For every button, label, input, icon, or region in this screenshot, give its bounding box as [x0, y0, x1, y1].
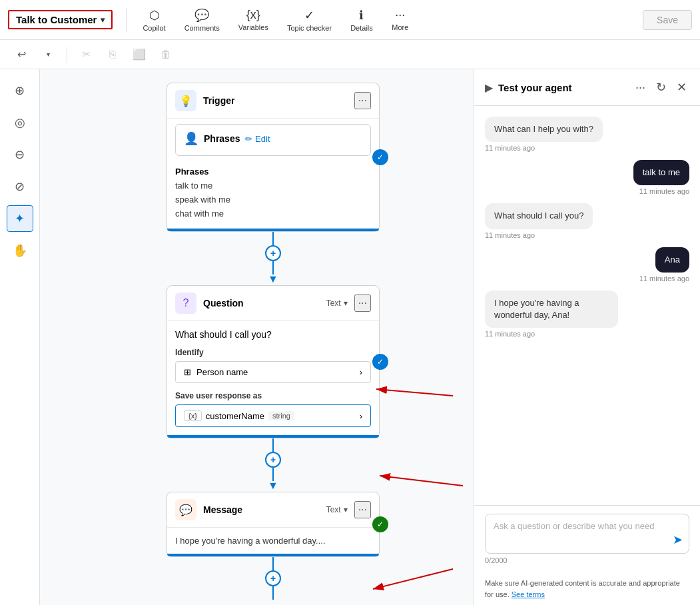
details-icon: ℹ	[359, 8, 364, 23]
more-button[interactable]: ··· More	[384, 5, 417, 34]
message-badge[interactable]: Text ▾	[326, 505, 348, 514]
phrase-item: speak with me	[175, 193, 371, 207]
phrases-card: 👤 Phrases ✏ Edit	[175, 124, 371, 156]
trigger-node: 💡 Trigger ··· ✓ 👤 Phrases ✏ Edit Phrases	[167, 83, 380, 232]
paste-button[interactable]: ⬜	[129, 44, 150, 65]
topic-checker-button[interactable]: ✓ Topic checker	[279, 5, 340, 35]
phrases-card-header: 👤 Phrases ✏ Edit	[184, 131, 362, 146]
question-node-body: What should I call you? Identify ⊞ Perso…	[167, 321, 379, 435]
flow-line	[272, 261, 274, 275]
trigger-check-icon: ✓	[372, 149, 388, 165]
zoom-in-button[interactable]: ⊕	[7, 77, 33, 104]
phrases-section: Phrases talk to me speak with me chat wi…	[167, 161, 379, 229]
chat-input-placeholder: Ask a question or describe what you need	[494, 521, 662, 531]
save-item[interactable]: {x} customerName string ›	[175, 404, 371, 427]
chat-message-2: talk to me 11 minutes ago	[485, 160, 689, 195]
app-title[interactable]: Talk to Customer ▾	[8, 10, 113, 29]
copilot-button[interactable]: ⬡ Copilot	[135, 5, 173, 35]
cut-button[interactable]: ✂	[75, 44, 97, 65]
zoom-in-icon: ⊕	[15, 83, 25, 98]
variables-button[interactable]: {x} Variables	[230, 5, 276, 34]
question-node-header: ? Question Text ▾ ··· ✓	[167, 286, 379, 321]
message-node-body: I hope you're having a wonderful day....	[167, 528, 379, 554]
right-panel-actions: ··· ↻ ✕	[633, 77, 689, 97]
close-button[interactable]: ✕	[674, 77, 689, 97]
flow-arrow-icon: ▼	[268, 273, 278, 285]
send-button[interactable]: ➤	[673, 532, 683, 547]
chat-time-1: 11 minutes ago	[485, 144, 689, 152]
chat-text-user-1: talk to me	[643, 167, 680, 177]
zoom-out-button[interactable]: ⊖	[7, 141, 33, 168]
chevron-down-icon[interactable]: ▾	[101, 15, 105, 25]
variables-label: Variables	[238, 23, 268, 31]
chat-bubble-bot-1: What can I help you with?	[485, 117, 603, 142]
comments-button[interactable]: 💬 Comments	[176, 5, 228, 35]
save-item-left: {x} customerName string	[184, 410, 294, 421]
phrases-list: talk to me speak with me chat with me	[175, 179, 371, 221]
message-badge-text: Text	[326, 505, 341, 514]
flow-connector-1: + ▼	[265, 232, 281, 285]
target-button[interactable]: ◎	[7, 109, 33, 136]
question-icon: ?	[175, 293, 196, 314]
identify-section: Identify ⊞ Person name ›	[175, 348, 371, 383]
message-node-header: 💬 Message Text ▾ ··· ✓	[167, 492, 379, 528]
chat-message-1: What can I help you with? 11 minutes ago	[485, 117, 689, 152]
question-node: ? Question Text ▾ ··· ✓ What should I ca…	[167, 285, 380, 438]
flow-connector-2: + ▼	[265, 438, 281, 492]
undo-button[interactable]: ↩	[11, 44, 32, 65]
question-text: What should I call you?	[175, 329, 371, 340]
chat-text-bot-2: What should I call you?	[494, 211, 583, 221]
flow-line-3	[272, 557, 274, 570]
flow-line-2	[272, 438, 274, 452]
question-menu-button[interactable]: ···	[354, 295, 371, 312]
add-node-button-3[interactable]: +	[265, 570, 281, 586]
delete-button[interactable]: 🗑	[155, 44, 176, 65]
no-entry-button[interactable]: ⊘	[7, 173, 33, 200]
person-name-text: Person name	[196, 367, 248, 377]
disclaimer: Make sure AI-generated content is accura…	[474, 572, 700, 605]
chat-input-area: Ask a question or describe what you need…	[474, 505, 700, 572]
copilot-icon: ⬡	[149, 8, 160, 23]
refresh-button[interactable]: ↻	[653, 77, 669, 97]
identify-title: Identify	[175, 348, 371, 357]
cursor-button[interactable]: ✦	[7, 205, 33, 232]
trigger-bottom-bar	[167, 229, 379, 231]
chat-area[interactable]: What can I help you with? 11 minutes ago…	[474, 106, 700, 505]
chevron-icon: ▾	[344, 299, 348, 308]
chat-bubble-bot-2: What should I call you?	[485, 203, 593, 229]
message-icon: 💬	[175, 499, 196, 520]
message-node: 💬 Message Text ▾ ··· ✓ I hope you're hav…	[167, 492, 380, 557]
question-badge-text: Text	[326, 299, 341, 308]
chat-input-wrapper: Ask a question or describe what you need…	[485, 514, 689, 554]
edit-link[interactable]: ✏ Edit	[245, 134, 270, 144]
flow-line-3b	[272, 586, 274, 600]
expand-button[interactable]: ▶	[485, 81, 493, 94]
hand-button[interactable]: ✋	[7, 237, 33, 264]
canvas[interactable]: 💡 Trigger ··· ✓ 👤 Phrases ✏ Edit Phrases	[40, 69, 474, 605]
undo-dropdown-button[interactable]: ▾	[37, 44, 59, 65]
flow-line	[272, 232, 274, 245]
question-check-icon: ✓	[372, 354, 388, 370]
trigger-node-header: 💡 Trigger ··· ✓	[167, 83, 379, 119]
add-node-button-1[interactable]: +	[265, 245, 281, 261]
details-button[interactable]: ℹ Details	[342, 5, 381, 35]
chat-time-2: 11 minutes ago	[639, 187, 689, 195]
flow-line-2b	[272, 468, 274, 481]
comments-label: Comments	[184, 24, 220, 32]
message-check-icon: ✓	[372, 516, 388, 532]
identify-item[interactable]: ⊞ Person name ›	[175, 361, 371, 383]
message-menu-button[interactable]: ···	[354, 501, 371, 518]
right-panel-options-button[interactable]: ···	[633, 77, 648, 97]
chat-bubble-user-2: Ana	[655, 247, 689, 273]
copy-button[interactable]: ⎘	[102, 44, 123, 65]
add-node-button-2[interactable]: +	[265, 452, 281, 468]
see-terms-link[interactable]: See terms	[512, 590, 545, 598]
chat-message-3: What should I call you? 11 minutes ago	[485, 203, 689, 239]
var-name: customerName	[206, 411, 264, 421]
save-button[interactable]: Save	[643, 10, 692, 30]
phrases-person-icon: 👤	[184, 131, 198, 146]
trigger-menu-button[interactable]: ···	[354, 92, 371, 109]
chat-text-user-2: Ana	[665, 255, 680, 265]
toolbar: Talk to Customer ▾ ⬡ Copilot 💬 Comments …	[0, 0, 700, 40]
question-badge[interactable]: Text ▾	[326, 299, 348, 308]
